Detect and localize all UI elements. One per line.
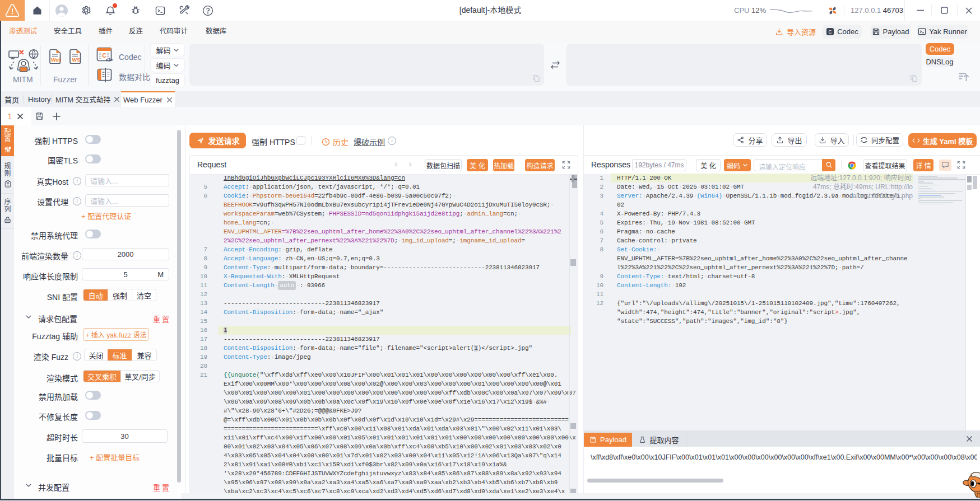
svg-text:WS: WS <box>72 57 81 63</box>
svg-text:Web: Web <box>51 57 61 63</box>
svg-text:</>: </> <box>106 57 113 63</box>
svg-text:C: C <box>829 29 832 35</box>
